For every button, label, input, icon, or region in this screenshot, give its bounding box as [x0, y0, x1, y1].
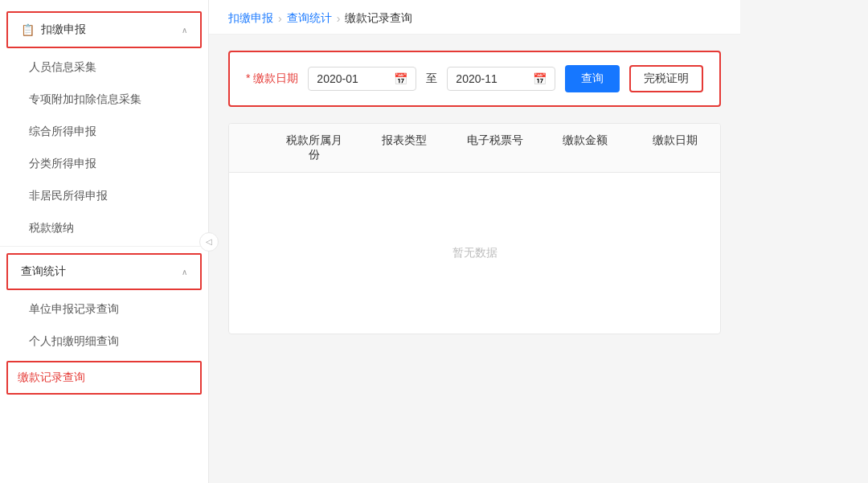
table-col-month: 税款所属月份 [269, 124, 359, 172]
sidebar-collapse-button[interactable]: ◁ [199, 232, 219, 252]
breadcrumb-link-chaxun[interactable]: 查询统计 [287, 11, 332, 26]
sidebar-group-kujiao[interactable]: 📋 扣缴申报 ∧ [6, 11, 202, 48]
sidebar-item-jiaokuan[interactable]: 缴款记录查询 [6, 361, 202, 395]
calendar-icon-to: 📅 [533, 72, 547, 85]
breadcrumb-sep1: › [278, 12, 282, 25]
breadcrumb-sep2: › [337, 12, 341, 25]
table-header: 税款所属月份 报表类型 电子税票号 缴款金额 缴款日期 [229, 124, 720, 173]
sidebar-item-zhuanxiang[interactable]: 专项附加扣除信息采集 [0, 84, 208, 116]
table-col-check [229, 124, 269, 172]
calendar-icon-from: 📅 [394, 72, 407, 85]
date-to-input[interactable]: 📅 [447, 67, 555, 91]
sidebar-item-feijumin[interactable]: 非居民所得申报 [0, 180, 208, 212]
content-area: 缴款日期 📅 至 📅 查询 完税证明 税款所属月份 报表类型 [209, 35, 740, 483]
date-to-field[interactable] [456, 72, 528, 85]
table-col-amount: 缴款金额 [540, 124, 630, 172]
search-bar: 缴款日期 📅 至 📅 查询 完税证明 [228, 51, 721, 107]
sidebar-item-danbao[interactable]: 单位申报记录查询 [0, 293, 208, 325]
chevron-up-icon2: ∧ [182, 268, 187, 276]
date-label: 缴款日期 [246, 72, 298, 86]
empty-text: 暂无数据 [452, 198, 497, 309]
table-body: 暂无数据 [229, 173, 720, 334]
breadcrumb-current: 缴款记录查询 [345, 11, 412, 26]
date-from-input[interactable]: 📅 [308, 67, 416, 91]
sidebar-group1-label: 扣缴申报 [41, 23, 86, 37]
sidebar: 📋 扣缴申报 ∧ 人员信息采集 专项附加扣除信息采集 综合所得申报 分类所得申报… [0, 0, 209, 483]
breadcrumb-link-kujiao[interactable]: 扣缴申报 [228, 11, 273, 26]
form-icon: 📋 [21, 23, 35, 36]
table-col-date: 缴款日期 [630, 124, 720, 172]
sidebar-item-shuikuan[interactable]: 税款缴纳 [0, 212, 208, 244]
sidebar-group2-label: 查询统计 [21, 264, 66, 279]
breadcrumb: 扣缴申报 › 查询统计 › 缴款记录查询 [209, 0, 740, 35]
cert-button[interactable]: 完税证明 [629, 65, 703, 92]
sidebar-divider [0, 246, 208, 247]
data-table: 税款所属月份 报表类型 电子税票号 缴款金额 缴款日期 暂无数据 [228, 123, 721, 334]
sidebar-group-chaxun[interactable]: 查询统计 ∧ [6, 253, 202, 290]
table-col-type: 报表类型 [359, 124, 449, 172]
main-content: 扣缴申报 › 查询统计 › 缴款记录查询 缴款日期 📅 至 📅 查询 [209, 0, 740, 483]
sidebar-item-renyuan[interactable]: 人员信息采集 [0, 51, 208, 84]
sidebar-item-fenlei[interactable]: 分类所得申报 [0, 148, 208, 180]
sidebar-item-gerenmingxi[interactable]: 个人扣缴明细查询 [0, 325, 208, 358]
to-label: 至 [426, 72, 437, 86]
query-button[interactable]: 查询 [565, 65, 620, 92]
sidebar-item-zonghe[interactable]: 综合所得申报 [0, 116, 208, 148]
chevron-up-icon: ∧ [182, 26, 187, 35]
date-from-field[interactable] [317, 72, 389, 85]
table-col-ticket: 电子税票号 [450, 124, 540, 172]
